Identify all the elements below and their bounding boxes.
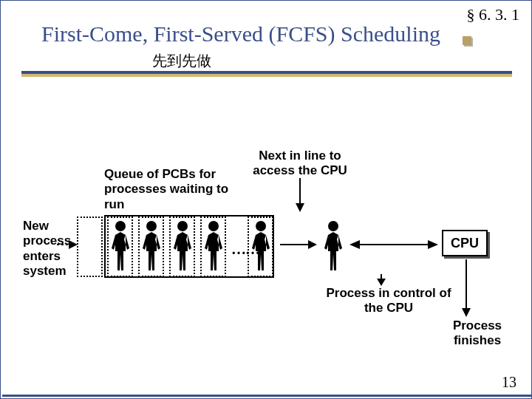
svg-point-5	[328, 221, 338, 231]
svg-marker-7	[296, 203, 304, 212]
arrow-down-icon	[293, 178, 307, 215]
svg-marker-13	[308, 240, 317, 249]
label-process-finishes: Process finishes	[444, 318, 511, 349]
arrow-bidirectional-icon	[349, 239, 438, 253]
section-reference: § 6. 3. 1	[467, 5, 520, 24]
person-icon-running	[322, 220, 344, 273]
svg-point-1	[146, 221, 157, 231]
slide: § 6. 3. 1 First-Come, First-Served (FCFS…	[0, 0, 532, 399]
arrow-right-dashed-icon	[57, 239, 78, 253]
svg-marker-11	[69, 240, 78, 249]
svg-marker-18	[462, 308, 471, 317]
svg-marker-15	[349, 240, 360, 249]
person-icon	[250, 220, 272, 273]
bottom-rule	[2, 395, 531, 397]
label-process-control: Process in control of the CPU	[326, 286, 451, 316]
queue-slot-incoming	[77, 216, 103, 277]
person-icon	[171, 220, 194, 273]
label-queue: Queue of PCBs for processes waiting to r…	[104, 167, 252, 212]
arrow-down-icon	[459, 259, 474, 320]
page-number: 13	[502, 374, 516, 391]
person-icon	[140, 220, 163, 273]
slide-title: First-Come, First-Served (FCFS) Scheduli…	[41, 21, 440, 47]
title-bullet-icon	[463, 36, 471, 45]
arrow-down-icon	[374, 274, 389, 289]
svg-marker-9	[377, 279, 386, 286]
arrow-right-icon	[280, 239, 317, 253]
svg-point-3	[208, 221, 219, 231]
cpu-box: CPU	[442, 230, 488, 256]
svg-point-4	[256, 221, 266, 231]
slide-subtitle: 先到先做	[152, 51, 211, 71]
svg-point-0	[115, 221, 126, 231]
svg-point-2	[177, 221, 188, 231]
title-rule-gold	[21, 74, 512, 77]
label-next-in-line: Next in line to access the CPU	[237, 149, 363, 179]
svg-marker-16	[428, 240, 438, 249]
person-icon	[109, 220, 132, 273]
person-icon	[202, 220, 225, 273]
